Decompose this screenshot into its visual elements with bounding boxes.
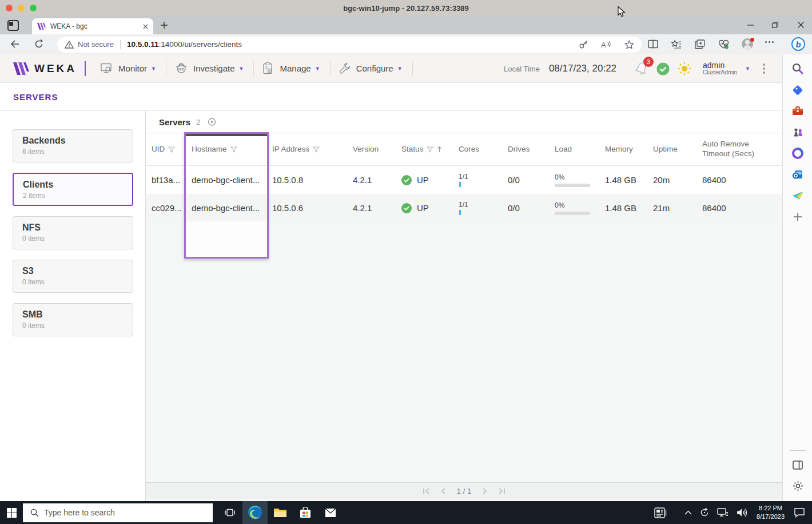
nav-configure[interactable]: Configure ▼ — [331, 54, 412, 82]
notifications-button[interactable]: 3 — [635, 61, 648, 76]
filter-icon[interactable] — [313, 146, 320, 153]
load-bar — [555, 184, 590, 187]
address-bar[interactable]: Not secure 10.5.0.11:14000/ui/servers/cl… — [57, 37, 642, 53]
health-check-icon[interactable] — [656, 62, 670, 76]
news-widgets-icon[interactable] — [654, 507, 667, 518]
tray-expand-chevron-icon[interactable] — [684, 510, 692, 515]
nav-investigate-label: Investigate — [193, 63, 235, 73]
sidebar-tools-icon[interactable] — [783, 100, 812, 121]
taskbar-clock[interactable]: 8:22 PM 8/17/2023 — [757, 504, 785, 521]
browser-menu-icon[interactable] — [765, 41, 774, 43]
col-memory[interactable]: Memory — [602, 145, 650, 154]
start-button[interactable] — [0, 501, 23, 524]
tab-title: WEKA - bgc — [50, 22, 143, 30]
col-timeout[interactable]: Auto Remove Timeout (Secs) — [699, 140, 782, 159]
theme-sun-icon[interactable] — [678, 62, 691, 76]
back-icon[interactable] — [10, 39, 20, 49]
sidebar-m365-icon[interactable] — [783, 142, 812, 164]
browser-essentials-icon[interactable] — [718, 39, 729, 49]
user-menu[interactable]: admin ClusterAdmin — [703, 61, 737, 76]
sidebar-panel-toggle-icon[interactable] — [783, 454, 812, 475]
sidebar-settings-gear-icon[interactable] — [783, 475, 812, 497]
nav-manage[interactable]: Manage ▼ — [254, 54, 329, 82]
nav-monitor[interactable]: Monitor ▼ — [93, 54, 166, 82]
profile-avatar[interactable] — [742, 38, 753, 50]
sidebar-card-backends[interactable]: Backends 6 items — [13, 129, 133, 162]
favorite-star-icon[interactable] — [624, 40, 634, 49]
bing-chat-icon[interactable]: b — [791, 37, 805, 51]
sidebar-card-nfs[interactable]: NFS 0 items — [13, 216, 133, 249]
page-title: SERVERS — [13, 92, 58, 102]
status-up-icon — [401, 175, 412, 185]
col-version[interactable]: Version — [349, 145, 398, 154]
filter-icon[interactable] — [230, 146, 237, 153]
kebab-menu-icon[interactable] — [763, 63, 765, 74]
sidebar-add-icon[interactable] — [783, 206, 812, 227]
cores-bar — [459, 210, 461, 215]
col-uptime[interactable]: Uptime — [650, 145, 699, 154]
split-screen-icon[interactable] — [648, 39, 658, 49]
tray-sync-icon[interactable] — [700, 508, 709, 517]
tab-actions-icon[interactable] — [7, 20, 19, 31]
sidebar-outlook-icon[interactable] — [783, 164, 812, 185]
sidebar-card-s3[interactable]: S3 0 items — [13, 260, 133, 293]
user-role: ClusterAdmin — [703, 70, 737, 76]
read-aloud-icon[interactable]: A — [601, 40, 612, 49]
col-load[interactable]: Load — [551, 145, 602, 154]
tray-volume-icon[interactable] — [737, 508, 747, 517]
window-maximize-icon[interactable] — [771, 21, 779, 29]
col-hostname[interactable]: Hostname — [184, 145, 269, 154]
taskbar-store-button[interactable] — [293, 501, 318, 524]
col-ip[interactable]: IP Address — [269, 145, 349, 154]
table-row[interactable]: bf13a... demo-bgc-client... 10.5.0.8 4.2… — [146, 166, 782, 194]
window-minimize-icon[interactable] — [747, 21, 754, 29]
minimize-traffic-light[interactable] — [18, 5, 25, 11]
filter-icon[interactable] — [427, 146, 433, 153]
task-view-button[interactable] — [217, 501, 242, 524]
sidebar-card-clients[interactable]: Clients 2 items — [13, 173, 133, 206]
close-traffic-light[interactable] — [6, 5, 13, 11]
col-cores[interactable]: Cores — [455, 145, 504, 154]
last-page-icon[interactable] — [498, 488, 505, 494]
taskbar-explorer-button[interactable] — [268, 501, 293, 524]
zoom-traffic-light[interactable] — [30, 5, 37, 11]
password-key-icon[interactable] — [579, 39, 588, 49]
new-tab-icon[interactable] — [160, 21, 168, 29]
tray-network-icon[interactable] — [717, 508, 729, 517]
store-icon — [299, 507, 312, 519]
browser-tab[interactable]: WEKA - bgc — [32, 18, 153, 34]
card-title: Clients — [23, 180, 132, 190]
table-row[interactable]: cc029... demo-bgc-client... 10.5.0.6 4.2… — [146, 194, 782, 222]
taskbar-mail-button[interactable] — [318, 501, 343, 524]
taskbar-edge-button[interactable] — [242, 501, 268, 524]
first-page-icon[interactable] — [423, 488, 430, 494]
sidebar-search-icon[interactable] — [783, 58, 812, 79]
local-time-value: 08/17/23, 20:22 — [549, 63, 616, 74]
window-close-icon[interactable] — [797, 21, 805, 29]
tab-close-icon[interactable] — [143, 24, 148, 29]
weka-brand[interactable]: WEKA — [13, 61, 77, 76]
prev-page-icon[interactable] — [441, 488, 446, 494]
col-uid[interactable]: UID — [146, 145, 184, 154]
sidebar-drop-icon[interactable] — [783, 185, 812, 206]
sort-asc-icon[interactable] — [437, 146, 442, 153]
visibility-eye-icon[interactable] — [207, 118, 217, 126]
filter-icon[interactable] — [168, 146, 175, 153]
traffic-lights[interactable] — [6, 5, 37, 11]
col-drives[interactable]: Drives — [504, 145, 551, 154]
card-count: 2 items — [23, 192, 132, 200]
edge-icon — [248, 505, 262, 520]
nav-investigate[interactable]: Investigate ▼ — [166, 54, 253, 82]
col-status[interactable]: Status — [398, 145, 455, 154]
user-chevron-icon[interactable]: ▼ — [745, 66, 750, 72]
sidebar-games-icon[interactable] — [783, 121, 812, 142]
sidebar-shopping-icon[interactable] — [783, 79, 812, 100]
sidebar-card-smb[interactable]: SMB 0 items — [13, 303, 133, 336]
action-center-icon[interactable] — [794, 507, 805, 518]
collections-icon[interactable] — [695, 39, 705, 49]
not-secure-warning-icon — [65, 41, 74, 49]
refresh-icon[interactable] — [34, 39, 43, 49]
taskbar-search-box[interactable]: Type here to search — [23, 503, 213, 522]
next-page-icon[interactable] — [482, 488, 487, 494]
favorites-icon[interactable] — [671, 39, 682, 49]
